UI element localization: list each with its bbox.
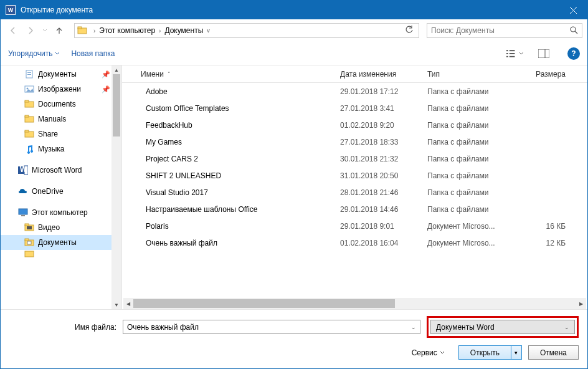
- horizontal-scrollbar[interactable]: ◀ ▶: [123, 298, 586, 309]
- sidebar-scrollbar[interactable]: ▲ ▼: [111, 65, 121, 309]
- chevron-right-icon: ›: [93, 27, 95, 34]
- svg-point-18: [27, 88, 29, 90]
- sidebar-documents[interactable]: Документы: [1, 235, 121, 250]
- file-row[interactable]: SHIFT 2 UNLEASHED31.01.2018 20:50Папка с…: [122, 167, 587, 184]
- sidebar-item[interactable]: Documents: [1, 97, 121, 112]
- open-button[interactable]: Открыть: [458, 345, 511, 360]
- sidebar-microsoft-word[interactable]: W Microsoft Word: [1, 163, 121, 178]
- sidebar-video[interactable]: Видео: [1, 220, 121, 235]
- file-date: 29.01.2018 14:46: [335, 205, 422, 214]
- preview-pane-button[interactable]: [535, 47, 552, 60]
- file-date: 28.01.2018 21:46: [335, 188, 422, 197]
- up-button[interactable]: [52, 23, 67, 38]
- folder-icon: [77, 26, 87, 36]
- sidebar-item[interactable]: Музыка: [1, 141, 121, 156]
- file-row[interactable]: Настраиваемые шаблоны Office29.01.2018 1…: [122, 201, 587, 218]
- search-input[interactable]: [431, 26, 569, 35]
- search-box[interactable]: [427, 23, 582, 38]
- file-name: My Games: [146, 138, 182, 146]
- breadcrumb-documents[interactable]: Документы: [164, 26, 203, 35]
- window-title: Открытие документа: [21, 6, 559, 14]
- svg-line-5: [575, 31, 577, 34]
- chevron-down-icon: [55, 51, 60, 56]
- svg-point-4: [571, 27, 576, 32]
- close-button[interactable]: [559, 1, 587, 19]
- sidebar-item-partial[interactable]: [1, 250, 121, 257]
- file-row[interactable]: WPolaris29.01.2018 9:01Документ Microso.…: [122, 218, 587, 234]
- scroll-thumb[interactable]: [113, 74, 120, 137]
- file-row[interactable]: WОчень важный файл01.02.2018 16:04Докуме…: [122, 234, 587, 251]
- navigation-bar: › Этот компьютер › Документы v: [1, 19, 587, 42]
- svg-text:W: W: [20, 165, 27, 174]
- refresh-button[interactable]: [402, 26, 416, 36]
- file-row[interactable]: My Games27.01.2018 18:33Папка с файлами: [122, 133, 587, 150]
- file-date: 27.01.2018 18:33: [335, 138, 422, 146]
- filetype-filter[interactable]: Документы Word ⌄: [430, 320, 575, 334]
- column-size[interactable]: Размера: [516, 70, 571, 79]
- scroll-thumb[interactable]: [133, 299, 395, 308]
- file-type: Папка с файлами: [422, 87, 516, 96]
- open-dropdown[interactable]: ▾: [511, 345, 522, 360]
- file-type: Папка с файлами: [422, 188, 516, 197]
- recent-dropdown[interactable]: [40, 23, 49, 38]
- sidebar-item[interactable]: Изображени📌: [1, 82, 121, 97]
- chevron-down-icon: [440, 350, 445, 355]
- breadcrumb-thispc[interactable]: Этот компьютер: [99, 26, 155, 35]
- svg-rect-24: [25, 130, 29, 132]
- help-button[interactable]: ?: [567, 47, 580, 60]
- sidebar-item[interactable]: Share: [1, 127, 121, 141]
- tools-button[interactable]: Сервис: [412, 348, 445, 357]
- chevron-right-icon: ›: [159, 27, 161, 34]
- file-type: Документ Microso...: [422, 222, 516, 231]
- back-button[interactable]: [6, 23, 21, 38]
- scroll-down-icon[interactable]: ▼: [111, 300, 121, 309]
- file-size: 12 КБ: [516, 239, 571, 247]
- sidebar-this-pc[interactable]: Этот компьютер: [1, 205, 121, 220]
- file-name: Adobe: [146, 87, 168, 96]
- file-row[interactable]: Adobe29.01.2018 17:12Папка с файлами: [122, 83, 587, 100]
- column-headers: Имени˄ Дата изменения Тип Размера: [122, 65, 587, 83]
- chevron-down-icon[interactable]: ⌄: [411, 324, 416, 330]
- video-folder-icon: [24, 223, 34, 232]
- scroll-right-icon[interactable]: ▶: [576, 298, 586, 309]
- file-row[interactable]: Project CARS 230.01.2018 21:32Папка с фа…: [122, 150, 587, 167]
- file-date: 01.02.2018 9:20: [335, 121, 422, 130]
- navigation-pane: Документы📌Изображени📌DocumentsManualsSha…: [1, 65, 122, 309]
- file-name: Visual Studio 2017: [146, 188, 208, 197]
- file-row[interactable]: Custom Office Templates27.01.2018 3:41Па…: [122, 100, 587, 117]
- svg-rect-15: [27, 72, 31, 73]
- file-date: 30.01.2018 21:32: [335, 155, 422, 163]
- new-folder-button[interactable]: Новая папка: [71, 49, 115, 58]
- filename-combo[interactable]: ⌄: [123, 320, 420, 334]
- svg-rect-20: [25, 100, 29, 102]
- view-options-button[interactable]: [506, 47, 524, 60]
- column-date[interactable]: Дата изменения: [335, 70, 422, 79]
- svg-rect-11: [510, 55, 515, 57]
- search-icon[interactable]: [569, 26, 578, 36]
- file-name: Очень важный файл: [146, 239, 217, 247]
- chevron-down-icon[interactable]: ⌄: [564, 324, 569, 330]
- file-date: 01.02.2018 16:04: [335, 239, 422, 247]
- sidebar-item[interactable]: Manuals: [1, 112, 121, 127]
- scroll-up-icon[interactable]: ▲: [111, 65, 121, 74]
- chevron-down-icon[interactable]: v: [207, 27, 210, 34]
- onedrive-icon: [18, 186, 28, 196]
- sidebar-onedrive[interactable]: OneDrive: [1, 184, 121, 199]
- address-bar[interactable]: › Этот компьютер › Документы v: [74, 23, 419, 38]
- column-type[interactable]: Тип: [422, 70, 516, 79]
- file-row[interactable]: Visual Studio 201728.01.2018 21:46Папка …: [122, 184, 587, 201]
- organize-button[interactable]: Упорядочить: [8, 49, 60, 58]
- refresh-icon: [405, 26, 414, 34]
- column-name[interactable]: Имени˄: [136, 70, 335, 79]
- cancel-button[interactable]: Отмена: [528, 345, 579, 360]
- svg-rect-7: [510, 50, 515, 51]
- forward-button[interactable]: [23, 23, 38, 38]
- file-row[interactable]: FeedbackHub01.02.2018 9:20Папка с файлам…: [122, 117, 587, 133]
- filename-input[interactable]: [127, 323, 411, 332]
- svg-rect-6: [506, 50, 508, 51]
- sidebar-item[interactable]: Документы📌: [1, 67, 121, 82]
- scroll-left-icon[interactable]: ◀: [123, 298, 133, 309]
- word-icon: W: [18, 165, 28, 175]
- svg-rect-8: [506, 53, 508, 54]
- chevron-down-icon: [519, 51, 524, 56]
